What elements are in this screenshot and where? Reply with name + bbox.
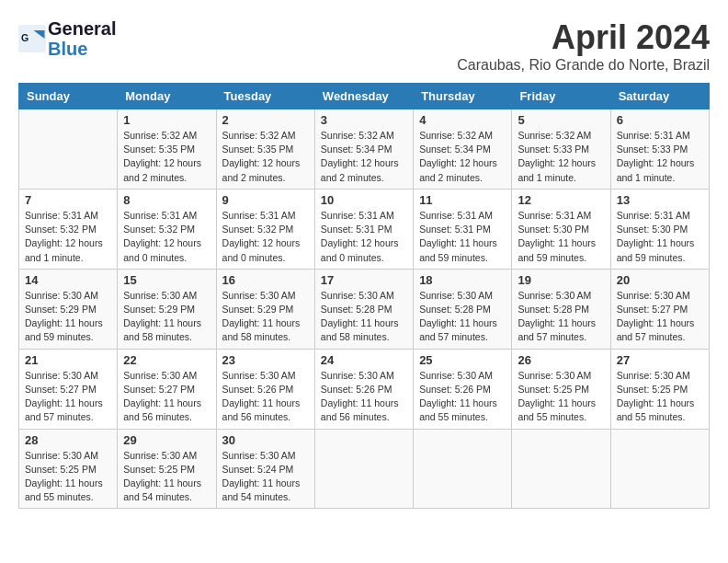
- day-info: Sunrise: 5:32 AMSunset: 5:34 PMDaylight:…: [321, 129, 407, 185]
- day-number: 21: [25, 353, 111, 367]
- day-number: 23: [222, 353, 309, 367]
- calendar-cell: 10Sunrise: 5:31 AMSunset: 5:31 PMDayligh…: [314, 189, 413, 269]
- day-number: 7: [25, 193, 111, 207]
- day-info: Sunrise: 5:32 AMSunset: 5:35 PMDaylight:…: [123, 129, 210, 185]
- location-subtitle: Caraubas, Rio Grande do Norte, Brazil: [457, 57, 710, 74]
- day-number: 3: [321, 113, 407, 127]
- day-info: Sunrise: 5:30 AMSunset: 5:28 PMDaylight:…: [321, 289, 407, 345]
- day-info: Sunrise: 5:31 AMSunset: 5:31 PMDaylight:…: [419, 209, 506, 265]
- day-number: 18: [419, 273, 506, 287]
- calendar-week-row: 28Sunrise: 5:30 AMSunset: 5:25 PMDayligh…: [19, 429, 710, 509]
- calendar-cell: 24Sunrise: 5:30 AMSunset: 5:26 PMDayligh…: [314, 349, 413, 429]
- calendar-cell: 11Sunrise: 5:31 AMSunset: 5:31 PMDayligh…: [414, 189, 512, 269]
- day-info: Sunrise: 5:30 AMSunset: 5:29 PMDaylight:…: [222, 289, 309, 345]
- calendar-cell: 20Sunrise: 5:30 AMSunset: 5:27 PMDayligh…: [610, 269, 709, 349]
- day-number: 15: [123, 273, 210, 287]
- calendar-cell: 15Sunrise: 5:30 AMSunset: 5:29 PMDayligh…: [118, 269, 216, 349]
- day-number: 5: [518, 113, 604, 127]
- svg-text:G: G: [21, 32, 28, 43]
- calendar-cell: 27Sunrise: 5:30 AMSunset: 5:25 PMDayligh…: [610, 349, 709, 429]
- day-info: Sunrise: 5:30 AMSunset: 5:29 PMDaylight:…: [25, 289, 111, 345]
- day-number: 9: [222, 193, 309, 207]
- weekday-header: Friday: [512, 84, 610, 109]
- calendar-cell: [19, 109, 118, 190]
- calendar-body: 1Sunrise: 5:32 AMSunset: 5:35 PMDaylight…: [19, 109, 710, 509]
- calendar-cell: [314, 429, 413, 509]
- calendar-cell: 21Sunrise: 5:30 AMSunset: 5:27 PMDayligh…: [19, 349, 118, 429]
- day-number: 10: [321, 193, 407, 207]
- day-info: Sunrise: 5:30 AMSunset: 5:26 PMDaylight:…: [222, 369, 309, 425]
- day-number: 6: [617, 113, 703, 127]
- weekday-header: Thursday: [414, 84, 512, 109]
- weekday-header: Monday: [118, 84, 216, 109]
- day-number: 17: [321, 273, 407, 287]
- weekday-header: Saturday: [610, 84, 709, 109]
- day-info: Sunrise: 5:30 AMSunset: 5:29 PMDaylight:…: [123, 289, 210, 345]
- weekday-header: Sunday: [19, 84, 118, 109]
- day-number: 24: [321, 353, 407, 367]
- day-info: Sunrise: 5:31 AMSunset: 5:30 PMDaylight:…: [518, 209, 604, 265]
- calendar-cell: [414, 429, 512, 509]
- logo-icon: G: [18, 25, 46, 52]
- calendar-cell: 5Sunrise: 5:32 AMSunset: 5:33 PMDaylight…: [512, 109, 610, 190]
- day-info: Sunrise: 5:30 AMSunset: 5:25 PMDaylight:…: [518, 369, 604, 425]
- calendar-cell: 7Sunrise: 5:31 AMSunset: 5:32 PMDaylight…: [19, 189, 118, 269]
- day-info: Sunrise: 5:31 AMSunset: 5:30 PMDaylight:…: [617, 209, 703, 265]
- day-info: Sunrise: 5:30 AMSunset: 5:25 PMDaylight:…: [617, 369, 703, 425]
- calendar-cell: 1Sunrise: 5:32 AMSunset: 5:35 PMDaylight…: [118, 109, 216, 190]
- day-number: 12: [518, 193, 604, 207]
- calendar-cell: 6Sunrise: 5:31 AMSunset: 5:33 PMDaylight…: [610, 109, 709, 190]
- calendar-header: SundayMondayTuesdayWednesdayThursdayFrid…: [19, 84, 710, 109]
- logo-text: General Blue: [48, 18, 116, 59]
- day-number: 26: [518, 353, 604, 367]
- page-header: G General Blue April 2024 Caraubas, Rio …: [18, 18, 710, 74]
- calendar-cell: [512, 429, 610, 509]
- calendar-cell: 13Sunrise: 5:31 AMSunset: 5:30 PMDayligh…: [610, 189, 709, 269]
- calendar-cell: 28Sunrise: 5:30 AMSunset: 5:25 PMDayligh…: [19, 429, 118, 509]
- day-number: 16: [222, 273, 309, 287]
- weekday-header: Wednesday: [314, 84, 413, 109]
- day-info: Sunrise: 5:30 AMSunset: 5:26 PMDaylight:…: [321, 369, 407, 425]
- day-number: 30: [222, 433, 309, 447]
- day-info: Sunrise: 5:31 AMSunset: 5:32 PMDaylight:…: [222, 209, 309, 265]
- day-number: 25: [419, 353, 506, 367]
- day-info: Sunrise: 5:30 AMSunset: 5:28 PMDaylight:…: [419, 289, 506, 345]
- calendar-week-row: 1Sunrise: 5:32 AMSunset: 5:35 PMDaylight…: [19, 109, 710, 190]
- month-title: April 2024: [457, 18, 710, 57]
- calendar-cell: 26Sunrise: 5:30 AMSunset: 5:25 PMDayligh…: [512, 349, 610, 429]
- calendar-cell: 18Sunrise: 5:30 AMSunset: 5:28 PMDayligh…: [414, 269, 512, 349]
- day-info: Sunrise: 5:30 AMSunset: 5:27 PMDaylight:…: [617, 289, 703, 345]
- calendar-cell: 2Sunrise: 5:32 AMSunset: 5:35 PMDaylight…: [216, 109, 314, 190]
- calendar-cell: 19Sunrise: 5:30 AMSunset: 5:28 PMDayligh…: [512, 269, 610, 349]
- calendar-cell: 3Sunrise: 5:32 AMSunset: 5:34 PMDaylight…: [314, 109, 413, 190]
- calendar-cell: 4Sunrise: 5:32 AMSunset: 5:34 PMDaylight…: [414, 109, 512, 190]
- calendar-table: SundayMondayTuesdayWednesdayThursdayFrid…: [18, 83, 710, 509]
- calendar-week-row: 14Sunrise: 5:30 AMSunset: 5:29 PMDayligh…: [19, 269, 710, 349]
- calendar-cell: 17Sunrise: 5:30 AMSunset: 5:28 PMDayligh…: [314, 269, 413, 349]
- day-info: Sunrise: 5:31 AMSunset: 5:32 PMDaylight:…: [123, 209, 210, 265]
- calendar-cell: 16Sunrise: 5:30 AMSunset: 5:29 PMDayligh…: [216, 269, 314, 349]
- day-number: 2: [222, 113, 309, 127]
- calendar-cell: 9Sunrise: 5:31 AMSunset: 5:32 PMDaylight…: [216, 189, 314, 269]
- day-info: Sunrise: 5:30 AMSunset: 5:24 PMDaylight:…: [222, 449, 309, 505]
- day-number: 11: [419, 193, 506, 207]
- day-number: 20: [617, 273, 703, 287]
- title-block: April 2024 Caraubas, Rio Grande do Norte…: [457, 18, 710, 74]
- day-info: Sunrise: 5:31 AMSunset: 5:31 PMDaylight:…: [321, 209, 407, 265]
- calendar-cell: 8Sunrise: 5:31 AMSunset: 5:32 PMDaylight…: [118, 189, 216, 269]
- calendar-cell: 22Sunrise: 5:30 AMSunset: 5:27 PMDayligh…: [118, 349, 216, 429]
- day-number: 28: [25, 433, 111, 447]
- day-info: Sunrise: 5:32 AMSunset: 5:33 PMDaylight:…: [518, 129, 604, 185]
- day-info: Sunrise: 5:31 AMSunset: 5:32 PMDaylight:…: [25, 209, 111, 265]
- day-number: 22: [123, 353, 210, 367]
- calendar-cell: 30Sunrise: 5:30 AMSunset: 5:24 PMDayligh…: [216, 429, 314, 509]
- calendar-cell: 23Sunrise: 5:30 AMSunset: 5:26 PMDayligh…: [216, 349, 314, 429]
- day-info: Sunrise: 5:30 AMSunset: 5:27 PMDaylight:…: [25, 369, 111, 425]
- calendar-cell: 14Sunrise: 5:30 AMSunset: 5:29 PMDayligh…: [19, 269, 118, 349]
- day-info: Sunrise: 5:30 AMSunset: 5:26 PMDaylight:…: [419, 369, 506, 425]
- logo: G General Blue: [18, 18, 116, 59]
- calendar-cell: 12Sunrise: 5:31 AMSunset: 5:30 PMDayligh…: [512, 189, 610, 269]
- day-info: Sunrise: 5:32 AMSunset: 5:35 PMDaylight:…: [222, 129, 309, 185]
- day-info: Sunrise: 5:30 AMSunset: 5:25 PMDaylight:…: [25, 449, 111, 505]
- day-number: 19: [518, 273, 604, 287]
